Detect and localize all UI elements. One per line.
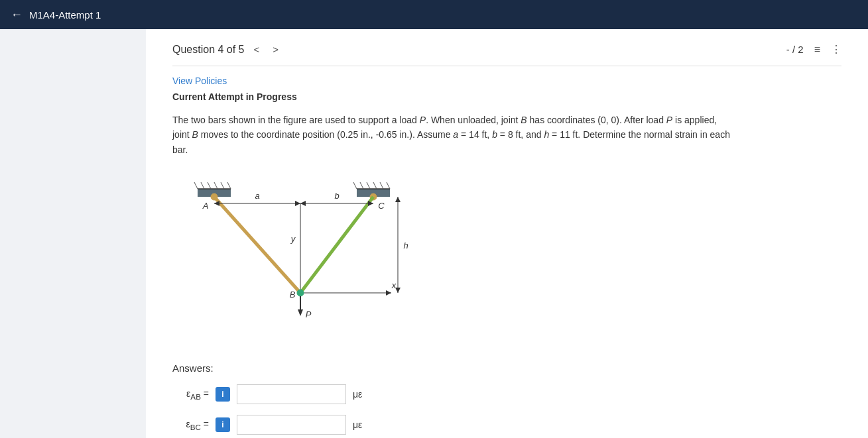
svg-line-5: [221, 182, 224, 189]
input-epsilon-BC[interactable]: [237, 415, 346, 435]
svg-line-11: [373, 182, 377, 189]
label-y: y: [290, 234, 296, 244]
unit-AB: με: [353, 389, 362, 400]
problem-text: The two bars shown in the figure are use…: [172, 113, 736, 157]
info-btn-BC[interactable]: i: [216, 417, 230, 432]
svg-line-3: [208, 182, 211, 189]
x-axis-arrowhead: [386, 290, 391, 296]
unit-BC: με: [353, 419, 362, 430]
problem-figure: a b A C B P h x y: [172, 170, 418, 343]
answers-label: Answers:: [172, 362, 841, 374]
label-x: x: [391, 280, 397, 290]
label-P: P: [306, 309, 312, 319]
a-arrow-right: [295, 201, 300, 206]
list-icon-button[interactable]: ≡: [814, 44, 820, 56]
answer-row-BC: εBC = i με: [172, 415, 841, 435]
prev-question-button[interactable]: <: [250, 42, 264, 56]
label-a: a: [255, 191, 259, 201]
load-P-arrowhead: [298, 309, 303, 316]
h-arrow-top: [395, 197, 401, 202]
label-A: A: [202, 201, 209, 211]
more-options-button[interactable]: ⋮: [831, 43, 841, 56]
view-policies-link[interactable]: View Policies: [172, 76, 841, 86]
sidebar: [0, 29, 146, 438]
question-header: Question 4 of 5 < > - / 2 ≡ ⋮: [172, 42, 841, 56]
bar-BC: [300, 197, 373, 293]
info-btn-AB[interactable]: i: [216, 387, 230, 402]
svg-line-13: [387, 182, 390, 189]
label-C: C: [378, 201, 385, 211]
back-arrow-icon[interactable]: ←: [11, 8, 23, 22]
svg-line-10: [367, 182, 370, 189]
answer-row-AB: εAB = i με: [172, 384, 841, 404]
label-h: h: [403, 241, 408, 250]
bar-AB: [214, 197, 300, 293]
main-layout: Question 4 of 5 < > - / 2 ≡ ⋮ View Polic…: [0, 29, 868, 438]
b-arrow-left: [300, 201, 306, 206]
figure-area: a b A C B P h x y: [172, 170, 841, 343]
label-epsilon-BC: εBC =: [172, 419, 209, 431]
pin-B: [297, 290, 304, 296]
content-area: Question 4 of 5 < > - / 2 ≡ ⋮ View Polic…: [146, 29, 868, 438]
nav-title: M1A4-Attempt 1: [29, 9, 101, 21]
header-right: - / 2 ≡ ⋮: [786, 43, 841, 56]
label-B: B: [290, 290, 296, 300]
input-epsilon-AB[interactable]: [237, 384, 346, 404]
svg-line-1: [194, 182, 198, 189]
header-divider: [172, 66, 841, 66]
top-nav: ← M1A4-Attempt 1: [0, 0, 868, 29]
svg-line-2: [201, 182, 204, 189]
score-display: - / 2: [786, 44, 804, 55]
svg-line-12: [380, 182, 383, 189]
question-title: Question 4 of 5: [172, 44, 245, 56]
label-epsilon-AB: εAB =: [172, 388, 209, 401]
svg-line-4: [214, 182, 217, 189]
attempt-label: Current Attempt in Progress: [172, 91, 841, 102]
question-nav: Question 4 of 5 < >: [172, 42, 282, 56]
svg-line-8: [353, 182, 357, 189]
next-question-button[interactable]: >: [269, 42, 282, 56]
label-b: b: [334, 191, 339, 201]
svg-line-6: [227, 182, 231, 189]
svg-line-9: [360, 182, 363, 189]
